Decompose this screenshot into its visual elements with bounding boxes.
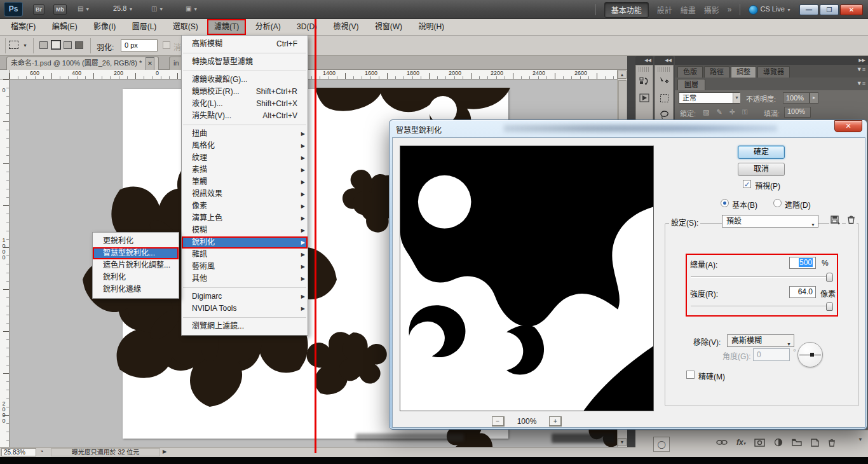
angle-input[interactable]: 0 [753, 348, 790, 361]
workspace-button[interactable]: 基本功能 [604, 2, 649, 18]
lock-icons[interactable]: ▨ ✎ ✛ ⚿ [703, 108, 750, 116]
menu-bar-item[interactable]: 視窗(W) [368, 19, 409, 35]
minimize-button[interactable]: — [799, 4, 818, 15]
remove-select[interactable]: 高斯模糊 ▼ [727, 334, 794, 347]
sharpen-submenu-item[interactable]: 銳利化 [93, 271, 179, 283]
marquee-tool-preset-icon[interactable] [9, 41, 18, 49]
status-flyout-icon[interactable]: ▶ [163, 449, 166, 454]
dock-grip[interactable] [658, 67, 670, 72]
save-settings-icon[interactable] [829, 215, 842, 226]
vertical-ruler[interactable]: 0 1000 2000 [0, 79, 10, 447]
panel-menu-icon[interactable]: ▼≡ [857, 80, 865, 86]
panel-tab[interactable]: 色版 [677, 66, 703, 78]
filter-menu-item[interactable]: 演算上色 ▶ [182, 212, 308, 224]
more-accurate-checkbox[interactable] [686, 371, 695, 379]
menu-bar-item[interactable]: 編輯(E) [45, 19, 85, 35]
filter-menu-item[interactable]: 雜訊 ▶ [182, 249, 308, 261]
panel-menu-icon[interactable]: ▼≡ [857, 66, 865, 72]
restore-button[interactable]: ❐ [820, 4, 839, 15]
new-group-icon[interactable] [792, 439, 802, 446]
scroll-down-icon[interactable]: ▼ [618, 438, 627, 446]
menu-bar-item[interactable]: 檔案(F) [4, 19, 43, 35]
collapsed-mask-icon[interactable]: ◯ [653, 437, 670, 452]
selection-subtract-icon[interactable] [64, 41, 72, 49]
selection-add-icon[interactable] [51, 40, 61, 50]
filter-menu-item[interactable]: 液化(L)... Shift+Ctrl+X [182, 98, 308, 110]
filter-menu-item[interactable]: 其他 ▶ [182, 273, 308, 285]
layers-panel-tab[interactable]: 圖層 [677, 79, 705, 90]
filter-menu-item[interactable]: NVIDIA Tools ▶ [182, 303, 308, 315]
history-panel-icon[interactable] [636, 73, 653, 90]
menu-bar-item[interactable]: 影像(I) [86, 19, 123, 35]
screen-mode-icon[interactable]: ▣ ▼ [186, 5, 198, 12]
ok-button[interactable]: 確定 [738, 146, 785, 159]
feather-input[interactable]: 0 px [121, 39, 158, 51]
panel-tab[interactable]: 導覽器 [757, 66, 790, 78]
actions-panel-icon[interactable] [636, 90, 653, 106]
more-workspaces-chevron[interactable]: » [728, 5, 732, 14]
filter-menu-item[interactable]: 高斯模糊 Ctrl+F [182, 38, 308, 50]
preview-checkbox[interactable]: ✓ [743, 180, 751, 188]
filter-menu-item[interactable]: 轉換成智慧型濾鏡 [182, 56, 308, 68]
panel-tab[interactable]: 路徑 [704, 66, 729, 78]
launch-minibridge-button[interactable]: Mb [53, 4, 67, 15]
filter-menu-item[interactable]: 銳利化 ▶ [182, 236, 308, 249]
filter-menu-item[interactable]: 視訊效果 ▶ [182, 188, 308, 200]
ruler-origin-corner[interactable] [0, 70, 10, 79]
adjustment-layer-icon[interactable] [774, 438, 783, 447]
filter-menu-item[interactable]: 像素 ▶ [182, 200, 308, 212]
filter-menu-item[interactable]: 濾鏡收藏館(G)... [182, 74, 308, 86]
marquee-tool-icon[interactable] [655, 90, 673, 106]
sharpen-submenu-item[interactable]: 更銳利化 [93, 235, 179, 247]
dock-collapse-header[interactable]: ◀◀ [654, 56, 674, 65]
sharpen-preview[interactable] [400, 146, 654, 411]
filter-menu-item[interactable]: 瀏覽網上濾鏡... [182, 320, 308, 332]
scroll-up-icon[interactable]: ▲ [618, 71, 627, 79]
dock-expand-header[interactable]: ▶▶ [675, 56, 868, 65]
move-tool-icon[interactable] [655, 73, 673, 90]
filter-menu-item[interactable]: 素描 ▶ [182, 164, 308, 176]
settings-select[interactable]: 預設 ▼ [722, 215, 818, 228]
menu-bar-item[interactable]: 濾鏡(T) [207, 19, 246, 35]
new-layer-icon[interactable] [811, 439, 819, 447]
workspace-button[interactable]: 攝影 [704, 4, 719, 15]
filter-menu-item[interactable]: 模糊 ▶ [182, 224, 308, 236]
sharpen-submenu-item[interactable]: 智慧型銳利化... [93, 247, 179, 259]
cs-live-button[interactable]: CS Live ▼ [749, 5, 791, 15]
filter-menu-item[interactable]: 風格化 ▶ [182, 140, 308, 152]
filter-menu-item[interactable]: 扭曲 ▶ [182, 128, 308, 140]
menu-bar-item[interactable]: 檢視(V) [326, 19, 365, 35]
document-tab[interactable]: 未命名-1.psd @ 100% (圖層_26, RGB/8) *✕ [6, 57, 159, 70]
layer-style-icon[interactable]: fx▾ [736, 438, 745, 447]
basic-radio[interactable] [721, 199, 729, 207]
menu-bar-item[interactable]: 3D(D) [290, 19, 324, 35]
delete-settings-icon[interactable] [846, 215, 857, 224]
selection-new-icon[interactable] [39, 41, 48, 49]
tool-preset-caret-icon[interactable]: ▼ [23, 43, 27, 48]
arrange-documents-icon[interactable]: ◫ ▼ [151, 5, 163, 12]
zoom-level-control[interactable]: 25.8 ▼ [113, 4, 133, 12]
menu-bar-item[interactable]: 分析(A) [248, 19, 288, 35]
antialias-checkbox[interactable] [163, 41, 170, 49]
dialog-close-button[interactable]: ✕ [834, 120, 862, 132]
sharpen-submenu-item[interactable]: 遮色片銳利化調整... [93, 259, 179, 271]
menu-bar-item[interactable]: 選取(S) [166, 19, 205, 35]
filter-menu-item[interactable]: 消失點(V)... Alt+Ctrl+V [182, 110, 308, 122]
workspace-button[interactable]: 設計 [657, 4, 672, 15]
menu-bar-item[interactable]: 圖層(L) [125, 19, 164, 35]
horizontal-ruler[interactable]: 6004002000200 12001400160018002000220024… [10, 70, 617, 79]
zoom-out-button[interactable]: − [492, 416, 505, 426]
panel-tab[interactable]: 調整 [731, 66, 756, 78]
close-document-icon[interactable]: ✕ [146, 57, 154, 71]
view-extras-icon[interactable]: ▤ ▼ [78, 5, 90, 12]
scroll-down-icon[interactable]: ▼ [858, 437, 863, 442]
filter-menu-item[interactable]: 筆觸 ▶ [182, 176, 308, 188]
workspace-button[interactable]: 繪畫 [681, 4, 696, 15]
link-layers-icon[interactable] [716, 439, 728, 446]
filter-menu-item[interactable]: 藝術風 ▶ [182, 261, 308, 273]
zoom-in-button[interactable]: + [549, 416, 562, 426]
advanced-radio[interactable] [773, 199, 782, 207]
blend-mode-select[interactable]: 正常 ▼ [679, 92, 740, 104]
angle-dial[interactable] [797, 342, 823, 367]
filter-menu-item[interactable]: 鏡頭校正(R)... Shift+Ctrl+R [182, 86, 308, 98]
